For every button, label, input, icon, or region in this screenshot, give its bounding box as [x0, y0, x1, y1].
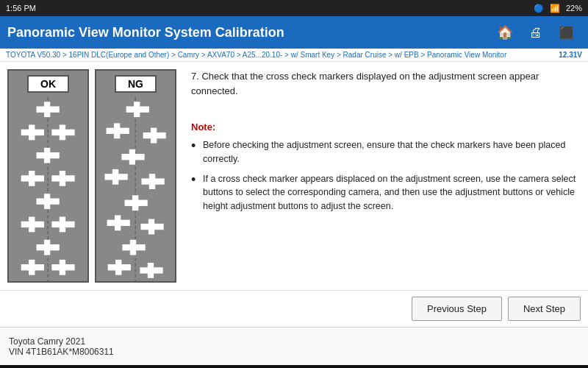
bluetooth-icon: 🔵 [534, 4, 544, 13]
svg-rect-31 [151, 128, 157, 144]
svg-rect-41 [115, 215, 121, 230]
bullet-item-1: • Before checking the adjustment screen,… [191, 138, 581, 166]
vehicle-vin: VIN 4T1B61AK*M8006311 [9, 347, 114, 357]
ng-diagram: NG [95, 69, 176, 283]
breadcrumb-text: TOYOTA V50.30 > 16PIN DLC(Europe and Oth… [6, 51, 506, 59]
svg-rect-45 [130, 240, 136, 255]
bullet-item-2: • If a cross check marker appears displa… [191, 172, 581, 213]
diagram-panel: OK [7, 69, 184, 283]
svg-rect-22 [29, 260, 35, 275]
svg-rect-49 [148, 263, 154, 278]
home-button[interactable]: 🏠 [491, 18, 519, 46]
footer-info: Toyota Camry 2021 VIN 4T1B61AK*M8006311 [9, 336, 114, 357]
android-nav-bar: ◁ ○ □ ⊡ [0, 365, 588, 368]
status-time: 1:56 PM [6, 4, 36, 13]
print-button[interactable]: 🖨 [522, 18, 550, 46]
status-bar: 1:56 PM 🔵 📶 22% [0, 0, 588, 16]
text-panel: 7. Check that the cross check markers di… [184, 69, 581, 283]
svg-rect-8 [44, 148, 50, 163]
svg-rect-6 [60, 125, 65, 141]
bullet-text-2: If a cross check marker appears displace… [203, 172, 581, 213]
home-icon: 🏠 [497, 24, 513, 40]
svg-rect-43 [148, 219, 154, 235]
svg-rect-33 [129, 149, 135, 165]
svg-rect-39 [132, 195, 138, 210]
vehicle-model: Toyota Camry 2021 [9, 336, 114, 347]
battery-level: 22% [566, 4, 582, 13]
svg-rect-29 [114, 123, 120, 138]
action-area: Previous Step Next Step [0, 290, 588, 327]
ng-label: NG [115, 75, 157, 93]
ok-diagram: OK [7, 69, 89, 283]
exit-icon: ⬛ [559, 26, 574, 40]
svg-rect-18 [60, 217, 65, 233]
ok-diagram-svg [12, 97, 83, 281]
ng-diagram-svg [100, 97, 171, 281]
svg-rect-14 [44, 194, 50, 209]
svg-rect-35 [112, 169, 118, 185]
main-content: OK [0, 62, 588, 290]
print-icon: 🖨 [529, 25, 542, 40]
previous-step-button[interactable]: Previous Step [412, 297, 502, 321]
svg-rect-10 [29, 171, 35, 186]
ok-label: OK [27, 75, 69, 93]
step-description: 7. Check that the cross check markers di… [191, 69, 581, 98]
bullet-dot-2: • [191, 172, 203, 188]
svg-rect-2 [44, 102, 50, 117]
svg-rect-47 [115, 260, 121, 275]
next-step-button[interactable]: Next Step [508, 297, 581, 321]
page-title: Panoramic View Monitor System Calibratio… [7, 25, 488, 40]
bullet-dot-1: • [191, 138, 203, 155]
bullet-text-1: Before checking the adjustment screen, e… [203, 138, 581, 166]
note-content: • Before checking the adjustment screen,… [191, 138, 581, 213]
note-label: Note: [191, 120, 581, 135]
footer: Toyota Camry 2021 VIN 4T1B61AK*M8006311 [0, 327, 588, 365]
breadcrumb-version: 12.31V [559, 51, 582, 59]
svg-rect-4 [29, 125, 35, 141]
app-header: Panoramic View Monitor System Calibratio… [0, 16, 588, 49]
svg-rect-24 [60, 260, 65, 275]
svg-rect-27 [134, 102, 140, 117]
svg-rect-12 [60, 171, 65, 186]
svg-rect-37 [149, 174, 155, 189]
exit-button[interactable]: ⬛ [553, 18, 581, 46]
wifi-icon: 📶 [550, 4, 560, 13]
svg-rect-20 [44, 240, 50, 255]
breadcrumb: TOYOTA V50.30 > 16PIN DLC(Europe and Oth… [0, 49, 588, 62]
svg-rect-16 [29, 217, 35, 233]
